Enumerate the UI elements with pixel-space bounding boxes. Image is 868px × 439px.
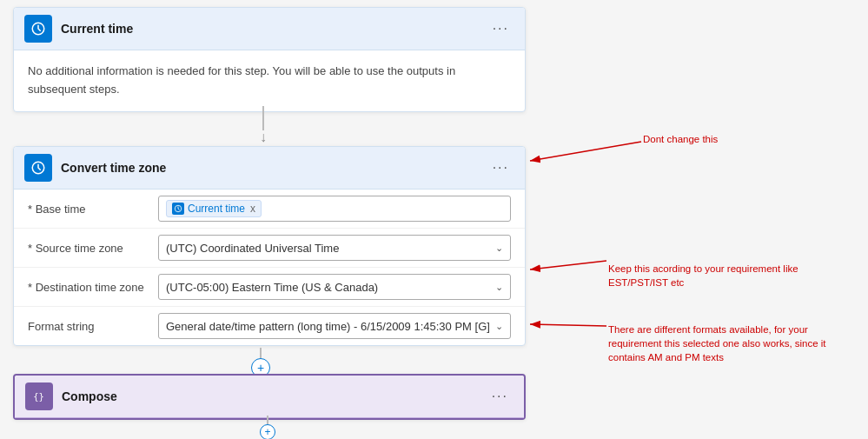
dest-tz-select[interactable]: (UTC-05:00) Eastern Time (US & Canada) ⌄ <box>158 274 511 300</box>
plus-connector-line-top <box>260 348 262 358</box>
base-time-row: * Base time Current time x <box>14 190 525 229</box>
format-chevron: ⌄ <box>495 321 503 332</box>
add-after-compose-button[interactable]: + <box>260 424 275 439</box>
connector-line-1 <box>262 106 264 130</box>
tag-text: Current time <box>188 203 245 215</box>
base-time-field[interactable]: Current time x <box>158 196 511 222</box>
connector-arrow-1: ↓ <box>260 130 267 144</box>
current-time-tag: Current time x <box>166 200 262 217</box>
dest-tz-label: * Destination time zone <box>28 281 158 294</box>
compose-menu[interactable]: ··· <box>487 387 514 406</box>
compose-title: Compose <box>62 389 487 403</box>
current-time-title: Current time <box>61 22 487 36</box>
base-time-input[interactable]: Current time x <box>158 196 511 222</box>
compose-icon: {} <box>25 382 53 410</box>
source-tz-value: (UTC) Coordinated Universal Time <box>166 242 495 255</box>
dest-tz-chevron: ⌄ <box>495 282 503 293</box>
source-tz-row: * Source time zone (UTC) Coordinated Uni… <box>14 229 525 268</box>
format-value: General date/time pattern (long time) - … <box>166 320 495 333</box>
format-field[interactable]: General date/time pattern (long time) - … <box>158 313 511 339</box>
clock-icon <box>30 21 46 37</box>
format-label: Format string <box>28 320 158 333</box>
convert-time-zone-card: Convert time zone ··· * Base time <box>13 146 526 346</box>
compose-braces-icon: {} <box>31 389 47 404</box>
current-time-header: Current time ··· <box>14 8 525 50</box>
connector-1: ↓ <box>260 106 267 144</box>
connector-line-3 <box>267 416 268 424</box>
clock-icon-2 <box>30 160 46 176</box>
tag-close-button[interactable]: x <box>250 203 255 215</box>
convert-icon <box>24 154 52 182</box>
source-tz-chevron: ⌄ <box>495 243 503 254</box>
dest-tz-value: (UTC-05:00) Eastern Time (US & Canada) <box>166 281 495 294</box>
tag-clock-icon <box>172 203 184 215</box>
svg-text:{}: {} <box>33 391 44 402</box>
arrow-dont-change <box>530 142 641 161</box>
convert-menu[interactable]: ··· <box>487 158 514 177</box>
source-tz-field[interactable]: (UTC) Coordinated Universal Time ⌄ <box>158 235 511 261</box>
current-time-card: Current time ··· No additional informati… <box>13 7 526 112</box>
annotation-formats: There are different formats available, f… <box>608 309 826 364</box>
annotation-keep-requirement: Keep this acording to your requirement l… <box>608 248 798 289</box>
current-time-body: No additional information is needed for … <box>14 50 525 111</box>
arrow-formats <box>530 324 606 326</box>
compose-header: {} Compose ··· <box>15 376 524 418</box>
dest-tz-row: * Destination time zone (UTC-05:00) East… <box>14 268 525 307</box>
dest-tz-field[interactable]: (UTC-05:00) Eastern Time (US & Canada) ⌄ <box>158 274 511 300</box>
format-select[interactable]: General date/time pattern (long time) - … <box>158 313 511 339</box>
format-row: Format string General date/time pattern … <box>14 307 525 345</box>
source-tz-label: * Source time zone <box>28 242 158 255</box>
compose-card: {} Compose ··· <box>13 374 526 420</box>
annotation-dont-change: Dont change this <box>643 132 718 146</box>
convert-header: Convert time zone ··· <box>14 147 525 190</box>
current-time-icon <box>24 15 52 43</box>
arrow-keep-requirement <box>530 261 606 269</box>
connector-3: + <box>260 416 275 439</box>
convert-title: Convert time zone <box>61 161 487 175</box>
base-time-label: * Base time <box>28 203 158 216</box>
current-time-menu[interactable]: ··· <box>487 19 514 38</box>
source-tz-select[interactable]: (UTC) Coordinated Universal Time ⌄ <box>158 235 511 261</box>
